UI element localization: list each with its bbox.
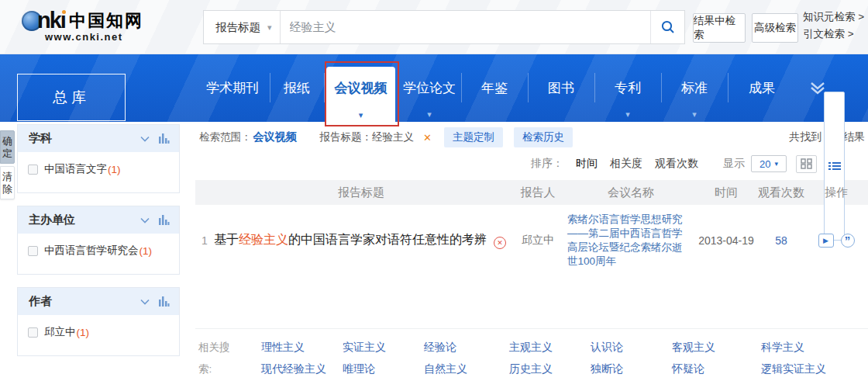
related-search-links: 理性主义 实证主义 经验论 主观主义 认识论 客观主义 科学主义 现代经验主义 … [261, 337, 826, 380]
nav-tab-books[interactable]: 图书 [528, 54, 594, 122]
page-size-select[interactable]: 20 ▾ [751, 155, 787, 172]
sort-option-views[interactable]: 观看次数 [655, 157, 698, 171]
topic-customize-button[interactable]: 主题定制 [444, 127, 503, 147]
caret-down-icon: ▾ [427, 109, 432, 119]
checkbox[interactable] [28, 327, 38, 338]
bar-chart-icon[interactable] [159, 296, 170, 307]
nav-tab-standards[interactable]: 标准 ▾ [661, 54, 728, 122]
remove-filter-icon[interactable]: ✕ [423, 132, 432, 144]
scope-label: 检索范围： [199, 130, 252, 144]
view-count: 58 [758, 234, 804, 247]
sidebar-group-subject: 学科 中国语言文字 (1) [17, 124, 180, 193]
grid-view-button[interactable] [796, 155, 817, 173]
quote-icon[interactable]: ” [841, 234, 855, 248]
chevron-down-icon[interactable] [140, 217, 150, 223]
speaker-name: 邱立中 [508, 234, 567, 248]
confirm-button[interactable]: 确定 [0, 130, 15, 164]
related-link[interactable]: 怀疑论 [672, 362, 761, 376]
bar-chart-icon[interactable] [159, 215, 170, 225]
related-link[interactable]: 经验论 [424, 341, 509, 355]
checkbox[interactable] [28, 246, 38, 256]
knowledge-search-link[interactable]: 知识元检索 > [803, 9, 866, 24]
related-link[interactable]: 理性主义 [261, 341, 343, 355]
search-field-label: 报告标题 [215, 20, 260, 35]
related-link[interactable]: 历史主义 [509, 362, 591, 376]
col-conference: 会议名称 [567, 185, 694, 200]
search-bar: 报告标题 ▾ [203, 10, 685, 44]
col-actions: 操作 [804, 185, 868, 200]
highlighted-term: 经验主义 [239, 233, 288, 246]
display-label: 显示 [723, 157, 745, 171]
related-link[interactable]: 逻辑实证主义 [761, 362, 826, 376]
list-view-icon [828, 161, 841, 171]
brand-chinese: 中国知网 [69, 9, 143, 33]
facet-item[interactable]: 中国语言文字 (1) [28, 162, 171, 176]
caret-down-icon: ▾ [692, 109, 697, 119]
search-in-results-button[interactable]: 结果中检索 [693, 13, 746, 43]
caret-down-icon: ▾ [774, 160, 778, 168]
filter-sidebar: 学科 中国语言文字 (1) 主办单位 [17, 124, 180, 369]
sidebar-group-header: 主办单位 [18, 206, 179, 234]
table-header: 报告标题 报告人 会议名称 时间 观看次数 操作 [195, 180, 868, 205]
chevron-down-icon[interactable] [140, 136, 150, 142]
related-link[interactable]: 客观主义 [672, 341, 761, 355]
facet-count: (1) [140, 245, 153, 257]
nav-tab-achievements[interactable]: 成果 [728, 54, 796, 122]
result-title-link[interactable]: 基于经验主义的中国语言学家对语符任意性的考辨✕ [214, 232, 508, 249]
search-field-select[interactable]: 报告标题 ▾ [204, 11, 281, 43]
related-search-section: 相关搜索: 理性主义 实证主义 经验论 主观主义 认识论 客观主义 科学主义 现… [195, 337, 868, 380]
report-date: 2013-04-19 [694, 234, 758, 247]
related-link[interactable]: 自然主义 [424, 362, 509, 376]
list-view-button[interactable] [824, 92, 845, 241]
nav-tab-patents[interactable]: 专利 ▾ [594, 54, 661, 122]
related-link[interactable]: 现代经验主义 [261, 362, 343, 376]
search-icon [660, 19, 676, 35]
sort-option-relevance[interactable]: 相关度 [610, 157, 642, 171]
checkbox[interactable] [28, 165, 38, 175]
facet-item[interactable]: 邱立中 (1) [28, 325, 171, 339]
sort-option-time[interactable]: 时间 [576, 157, 598, 171]
chevron-down-icon[interactable] [140, 299, 150, 305]
sidebar-group-header: 学科 [18, 125, 179, 152]
cnki-search-results-page: nkı中国知网 www.cnki.net 报告标题 ▾ 结果中检索 高级检索 知… [0, 0, 868, 381]
col-speaker: 报告人 [508, 185, 567, 200]
main-navigation: 总库 学术期刊 报纸 会议视频 ▾ 学位论文 ▾ 年鉴 图书 专利 ▾ 标准 ▾… [0, 54, 868, 122]
facet-label: 中国语言文字 [44, 162, 107, 176]
nav-tabs: 学术期刊 报纸 会议视频 ▾ 学位论文 ▾ 年鉴 图书 专利 ▾ 标准 ▾ 成果 [195, 54, 839, 122]
col-date: 时间 [694, 185, 758, 200]
nav-tab-dissertations[interactable]: 学位论文 ▾ [398, 54, 461, 122]
search-button[interactable] [650, 11, 684, 43]
video-badge-icon: ✕ [494, 237, 506, 249]
sidebar-group-organizer: 主办单位 中西语言哲学研究会 (1) [17, 206, 180, 275]
nav-tab-yearbooks[interactable]: 年鉴 [461, 54, 528, 122]
nav-tab-conference-video[interactable]: 会议视频 ▾ [324, 54, 398, 122]
group-title: 学科 [29, 131, 52, 146]
col-views: 观看次数 [758, 185, 804, 200]
facet-item[interactable]: 中西语言哲学研究会 (1) [28, 244, 171, 258]
grid-view-icon [801, 158, 812, 169]
clear-button[interactable]: 清除 [0, 166, 15, 199]
conference-name-link[interactable]: 索绪尔语言哲学思想研究——第二届中西语言哲学高层论坛暨纪念索绪尔逝世100周年 [567, 213, 694, 268]
nav-tab-journals[interactable]: 学术期刊 [195, 54, 270, 122]
nav-home-tab[interactable]: 总库 [17, 74, 126, 121]
results-main: 检索范围： 会议视频 报告标题：经验主义 ✕ 主题定制 检索历史 共找到1条结果… [195, 124, 868, 380]
cnki-logo[interactable]: nkı中国知网 www.cnki.net [22, 8, 143, 43]
related-link[interactable]: 独断论 [591, 362, 672, 376]
header-links: 知识元检索 > 引文检索 > [803, 9, 866, 43]
related-link[interactable]: 实证主义 [343, 341, 424, 355]
scope-value[interactable]: 会议视频 [253, 130, 297, 144]
nav-tab-newspapers[interactable]: 报纸 [270, 54, 324, 122]
search-input[interactable] [281, 11, 650, 43]
search-history-button[interactable]: 检索历史 [514, 127, 573, 147]
facet-count: (1) [108, 164, 121, 175]
related-link[interactable]: 主观主义 [509, 341, 591, 355]
caret-down-icon: ▾ [267, 23, 272, 33]
related-link[interactable]: 科学主义 [761, 341, 826, 355]
citation-search-link[interactable]: 引文检索 > [803, 26, 866, 41]
advanced-search-button[interactable]: 高级检索 [752, 13, 798, 43]
related-link[interactable]: 唯理论 [343, 362, 424, 376]
bar-chart-icon[interactable] [159, 133, 170, 144]
related-link[interactable]: 认识论 [591, 341, 672, 355]
play-icon[interactable]: ▶ [818, 234, 834, 248]
table-row: 1 基于经验主义的中国语言学家对语符任意性的考辨✕ 邱立中 索绪尔语言哲学思想研… [195, 213, 868, 268]
